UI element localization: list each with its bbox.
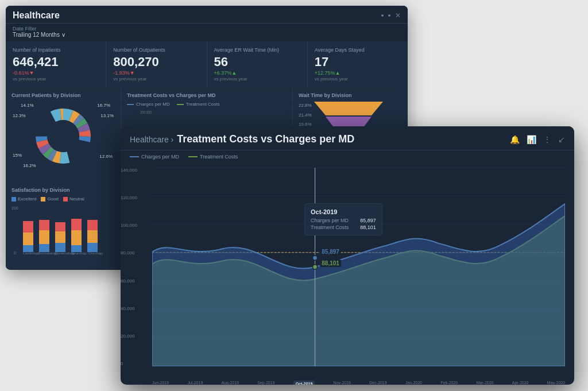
bar-neutral-3 — [71, 219, 82, 230]
legend-excellent-square — [11, 197, 16, 202]
more-icon[interactable]: ⋮ — [543, 135, 551, 144]
bar-excellent-1 — [39, 244, 49, 252]
tooltip-charges-label: Charges per MD — [311, 218, 349, 223]
funnel-chart-title: Wait Time by Division — [299, 92, 402, 98]
kpi-outpatients-change: -1.93%▼ — [113, 70, 199, 76]
donut-label-4: 15% — [13, 153, 22, 158]
modal-breadcrumb: Healthcare › — [130, 135, 173, 144]
legend-costs-label: Treatment Costs — [186, 102, 220, 107]
legend-good-label: Good — [47, 196, 59, 202]
chart-icon[interactable]: 📊 — [527, 135, 536, 144]
x-label-feb: Feb-2020 — [440, 381, 458, 385]
expand-icon[interactable]: ↙ — [558, 135, 565, 144]
modal-window: Healthcare › Treatment Costs vs Charges … — [121, 126, 574, 385]
close-icon[interactable]: ✕ — [395, 11, 401, 20]
dashboard-title: Healthcare — [13, 10, 60, 21]
modal-chart-area: 140,000 120,000 100,000 80,000 60,000 40… — [121, 163, 574, 385]
tooltip-costs-label: Treatment Costs — [311, 224, 349, 230]
kpi-inpatients-vs: vs previous year — [13, 76, 99, 82]
kpi-er-wait: Average ER Wait Time (Min) 56 +6.37%▲ vs… — [207, 41, 307, 87]
x-label-jan: Jan-2020 — [405, 381, 422, 385]
kpi-days-title: Average Days Stayed — [315, 47, 401, 53]
modal-header: Healthcare › Treatment Costs vs Charges … — [121, 126, 574, 150]
bar-neutral-2 — [55, 222, 65, 231]
donut-label-5: 12.3% — [13, 113, 26, 118]
donut-chart-container: 16.7% 13.1% 12.6% 16.2% 15% 12.3% 14.1% — [11, 102, 115, 171]
tooltip-costs-value: 88,101 — [360, 224, 376, 230]
kpi-row: Number of Inpatients 646,421 -0.61%▼ vs … — [6, 41, 408, 87]
svg-point-41 — [312, 265, 317, 269]
donut-label-0: 16.7% — [97, 103, 110, 108]
bar-good-3 — [71, 230, 82, 245]
bar-good-1 — [39, 230, 49, 244]
line-chart-legend: Charges per MD Treatment Costs — [127, 102, 287, 107]
window-controls: ✕ — [381, 11, 401, 20]
modal-title-group: Healthcare › Treatment Costs vs Charges … — [130, 133, 354, 145]
kpi-days-vs: vs previous year — [315, 76, 401, 82]
bar-excellent-2 — [55, 243, 65, 252]
alert-icon[interactable]: 🔔 — [510, 135, 520, 144]
value-label-costs: 88,101 — [320, 260, 341, 267]
x-label-may: May-2020 — [547, 381, 565, 385]
svg-text:0: 0 — [14, 251, 16, 255]
modal-legend-costs-label: Treatment Costs — [200, 154, 238, 160]
bar-neutral-4 — [87, 220, 98, 230]
kpi-er-vs: vs previous year — [214, 76, 300, 82]
satisfaction-title: Satisfaction by Division — [11, 187, 115, 193]
x-label-apr: Apr-2020 — [512, 381, 529, 385]
date-filter-label: Date Filter — [13, 26, 401, 32]
svg-marker-19 — [314, 102, 383, 115]
modal-legend-charges: Charges per MD — [130, 154, 179, 160]
y-axis-labels: 140,000 120,000 100,000 80,000 60,000 40… — [121, 168, 149, 366]
bar-good-4 — [87, 230, 98, 243]
legend-good-square — [41, 197, 45, 202]
y-label-80k: 80,000 — [121, 250, 149, 255]
satisfaction-svg: 200 0 — [11, 204, 115, 255]
x-label-dec: Dec-2019 — [369, 381, 386, 385]
menu-dot2 — [388, 14, 390, 17]
x-label-mar: Mar-2020 — [477, 381, 494, 385]
kpi-outpatients-vs: vs previous year — [113, 76, 199, 82]
satisfaction-legend: Excellent Good Neutral — [11, 196, 115, 202]
funnel-label-0: 22.8% — [299, 102, 312, 110]
legend-costs: Treatment Costs — [177, 102, 220, 107]
x-label-jul: Jul-2019 — [187, 381, 203, 385]
kpi-days-change: +12.75%▲ — [315, 70, 401, 76]
y-label-60k: 60,000 — [121, 278, 149, 284]
menu-dot — [381, 14, 384, 17]
bar-neutral-1 — [39, 220, 49, 230]
modal-legend-costs: Treatment Costs — [188, 154, 238, 160]
kpi-outpatients: Number of Outpatients 800,270 -1.93%▼ vs… — [106, 41, 206, 87]
window-header: Healthcare ✕ — [6, 6, 408, 24]
kpi-er-title: Average ER Wait Time (Min) — [214, 47, 300, 53]
tooltip-date: Oct-2019 — [311, 208, 376, 215]
svg-point-42 — [312, 255, 317, 260]
legend-charges-label: Charges per MD — [136, 102, 170, 107]
date-filter-section: Date Filter Trailing 12 Months ∨ — [6, 24, 408, 41]
x-label-oct: Oct-2019 — [293, 381, 315, 385]
kpi-inpatients-title: Number of Inpatients — [13, 47, 99, 53]
bar-good-2 — [55, 231, 65, 243]
svg-point-8 — [47, 120, 79, 152]
line-chart-title: Treatment Costs vs Charges per MD — [127, 92, 287, 98]
bar-excellent-4 — [87, 243, 98, 252]
donut-chart-title: Current Patients by Division — [11, 92, 115, 98]
svg-text:200,000: 200,000 — [140, 110, 152, 115]
donut-label-1: 13.1% — [100, 113, 114, 118]
legend-excellent: Excellent — [11, 196, 36, 202]
legend-excellent-label: Excellent — [18, 196, 36, 202]
y-label-140k: 140,000 — [121, 168, 149, 173]
modal-actions: 🔔 📊 ⋮ ↙ — [510, 135, 565, 144]
donut-label-6: 14.1% — [21, 103, 34, 108]
svg-text:Neurology: Neurology — [71, 251, 87, 255]
kpi-inpatients: Number of Inpatients 646,421 -0.61%▼ vs … — [6, 41, 106, 87]
modal-legend-charges-label: Charges per MD — [141, 154, 179, 160]
date-filter-value[interactable]: Trailing 12 Months ∨ — [13, 32, 401, 38]
modal-title: Treatment Costs vs Charges per MD — [177, 133, 354, 145]
y-label-100k: 100,000 — [121, 223, 149, 228]
legend-neutral: Neutral — [63, 196, 84, 202]
x-label-sep: Sep-2019 — [257, 381, 274, 385]
kpi-er-change: +6.37%▲ — [214, 70, 300, 76]
modal-chart-svg — [152, 168, 565, 366]
x-label-aug: Aug-2019 — [222, 381, 239, 385]
